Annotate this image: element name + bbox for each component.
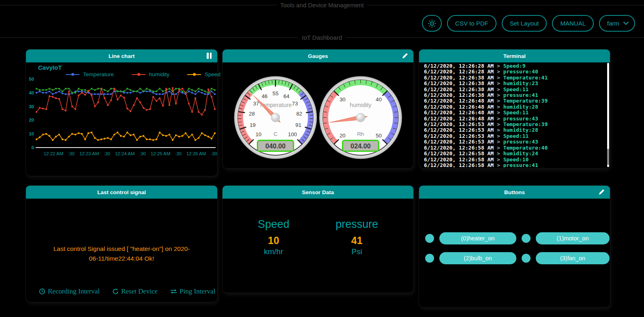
sensor-data-panel: Sensor Data Speed 10 km/hr pressure 41 P…: [223, 186, 413, 293]
terminal-line: 6/12/2020, 12:26:58 AM > Temperature:40: [424, 145, 604, 151]
sensor-unit: km/hr: [258, 247, 289, 256]
motor-on-button[interactable]: (1)motor_on: [536, 232, 610, 244]
svg-text:40: 40: [376, 96, 382, 103]
sensor-unit: Psi: [336, 247, 378, 256]
svg-text::30: :30: [139, 151, 146, 156]
terminal-line: 6/12/2020, 12:26:58 AM > Speed:10: [424, 157, 604, 163]
dashboard-title-text: IoT Dashboard: [302, 34, 342, 41]
svg-text:100: 100: [288, 131, 297, 137]
sensor-label: pressure: [336, 218, 378, 231]
bulb-on-button[interactable]: (2)bulb_on: [439, 252, 516, 264]
gauges-panel-header: Gauges: [223, 49, 413, 62]
buttons-grid: (0)heater_on (1)motor_on (2)bulb_on (3)f…: [419, 199, 610, 264]
terminal-line: 6/12/2020, 12:26:53 AM > Speed:11: [424, 133, 604, 139]
transfer-icon: [170, 289, 177, 294]
set-layout-button[interactable]: Set Layout: [502, 15, 547, 32]
manual-button[interactable]: MANUAL: [552, 15, 594, 32]
last-control-panel-title: Last control signal: [97, 189, 146, 195]
line-chart: 0102030405012:22 AM:3012:23 AM:3012:24 A…: [26, 76, 217, 172]
svg-text:10: 10: [255, 131, 261, 137]
svg-text:46: 46: [261, 93, 267, 99]
terminal-line: 6/12/2020, 12:26:48 AM > Temperature:39: [424, 98, 604, 104]
led-indicator-1: [522, 234, 531, 243]
svg-text:37: 37: [253, 101, 259, 107]
terminal-log: 6/12/2020, 12:26:28 AM > Speed:96/12/202…: [419, 62, 610, 167]
svg-text::30: :30: [175, 151, 182, 156]
edit-pencil-icon[interactable]: [598, 188, 605, 195]
terminal-line: 6/12/2020, 12:26:53 AM > Temperature:39: [424, 122, 604, 127]
heater-on-button[interactable]: (0)heater_on: [439, 232, 516, 244]
terminal-line: 6/12/2020, 12:26:53 AM > humidity:28: [424, 127, 604, 133]
legend-marker: [187, 74, 201, 75]
svg-text:12:26 AM: 12:26 AM: [186, 151, 206, 156]
gauge-Temperature: 10192837465564738291100TemperatureC040.0…: [233, 75, 318, 161]
svg-text:40: 40: [29, 90, 34, 95]
svg-text:Rh: Rh: [357, 131, 364, 137]
terminal-line: 6/12/2020, 12:26:58 AM > humidity:24: [424, 151, 604, 156]
gauges-body: 10192837465564738291100TemperatureC040.0…: [223, 62, 413, 161]
terminal-line: 6/12/2020, 12:26:58 AM > pressure:41: [424, 163, 604, 167]
buttons-row: (2)bulb_on (3)fan_on: [425, 252, 610, 264]
header-toolbar: CSV to PDF Set Layout MANUAL farm: [422, 15, 635, 32]
gauges-panel-title: Gauges: [308, 53, 328, 59]
terminal-panel-title: Terminal: [503, 53, 526, 59]
svg-text::30: :30: [68, 151, 75, 156]
terminal-line: 6/12/2020, 12:26:38 AM > pressure:41: [424, 92, 604, 98]
svg-text:64: 64: [283, 93, 289, 99]
sensor-item-speed: Speed 10 km/hr: [258, 218, 289, 256]
ping-interval-link[interactable]: Ping Interval: [170, 287, 215, 296]
buttons-panel-title: Buttons: [504, 189, 525, 195]
buttons-row: (0)heater_on (1)motor_on: [425, 232, 610, 244]
gauge-humidity: 20304050humidityRh024.00: [318, 75, 403, 161]
svg-text:0: 0: [32, 145, 34, 150]
terminal-scrollbar-thumb[interactable]: [607, 149, 609, 165]
legend-marker: [66, 74, 79, 75]
last-control-message: Last control Signal issued [ "heater-on"…: [49, 244, 194, 263]
svg-text:73: 73: [292, 101, 298, 107]
svg-text:20: 20: [339, 133, 345, 139]
sensor-item-pressure: pressure 41 Psi: [336, 218, 378, 256]
gauges-panel: Gauges 10192837465564738291100Temperatur…: [223, 49, 413, 168]
fan-on-button[interactable]: (3)fan_on: [536, 252, 610, 264]
last-control-actions: Recording Interval Reset Device Ping Int…: [39, 287, 215, 296]
last-control-panel: Last control signal Last control Signal …: [26, 186, 217, 302]
svg-text:91: 91: [295, 122, 302, 128]
sun-icon: [428, 19, 436, 28]
reset-device-link[interactable]: Reset Device: [112, 287, 158, 296]
sensor-value: 41: [336, 235, 378, 246]
sensor-data-panel-title: Sensor Data: [302, 189, 334, 195]
svg-text:12:25 AM: 12:25 AM: [151, 151, 171, 156]
iot-dashboard-page: Tools and Device Management CSV to PDF S…: [0, 0, 644, 317]
chart-brand: CavyIoT: [38, 64, 62, 71]
svg-text:19: 19: [250, 122, 256, 128]
sensor-label: Speed: [258, 218, 289, 231]
edit-pencil-icon[interactable]: [402, 52, 409, 59]
svg-text:10: 10: [29, 131, 34, 136]
svg-text:C: C: [274, 131, 278, 137]
svg-text:040.00: 040.00: [265, 142, 286, 150]
svg-text::30: :30: [211, 151, 217, 156]
svg-text:12:22 AM: 12:22 AM: [44, 151, 64, 156]
terminal-line: 6/12/2020, 12:26:48 AM > pressure:43: [424, 116, 604, 122]
line-chart-panel-title: Line chart: [109, 53, 135, 59]
device-select[interactable]: farm: [599, 15, 635, 32]
clock-icon: [39, 288, 45, 295]
sensor-data-body: Speed 10 km/hr pressure 41 Psi: [223, 199, 413, 256]
terminal-panel: Terminal 6/12/2020, 12:26:28 AM > Speed:…: [419, 49, 610, 168]
terminal-line: 6/12/2020, 12:26:48 AM > Speed:11: [424, 110, 604, 116]
svg-text:50: 50: [376, 133, 382, 139]
recording-interval-link[interactable]: Recording Interval: [39, 287, 100, 296]
pause-icon[interactable]: [207, 53, 212, 59]
svg-text:024.00: 024.00: [350, 142, 370, 150]
csv-to-pdf-button[interactable]: CSV to PDF: [447, 15, 496, 32]
sensor-data-panel-header: Sensor Data: [223, 186, 413, 199]
terminal-line: 6/12/2020, 12:26:38 AM > humidity:23: [424, 81, 604, 86]
svg-text:12:23 AM: 12:23 AM: [79, 151, 99, 156]
svg-text::30: :30: [104, 151, 110, 156]
terminal-line: 6/12/2020, 12:26:38 AM > Temperature:41: [424, 75, 604, 81]
theme-toggle-button[interactable]: [422, 15, 442, 32]
terminal-scrollbar[interactable]: [607, 63, 609, 167]
svg-text:humidity: humidity: [350, 102, 372, 108]
svg-text:82: 82: [296, 111, 302, 117]
terminal-line: 6/12/2020, 12:26:38 AM > Speed:11: [424, 87, 604, 92]
